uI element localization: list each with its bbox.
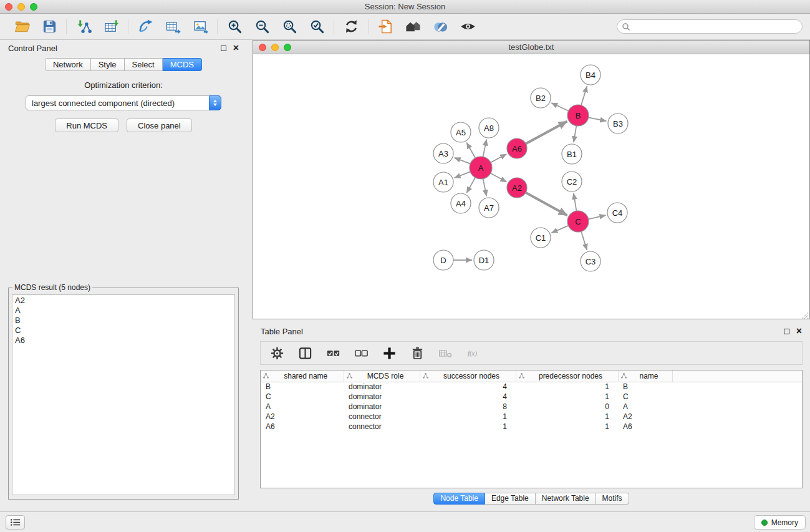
edge-B-B2[interactable] — [551, 103, 568, 111]
table-cell[interactable]: dominator — [344, 392, 420, 402]
node-B3[interactable]: B3 — [608, 114, 628, 133]
show-hide-icon[interactable] — [459, 18, 476, 36]
edge-A2-C[interactable] — [526, 193, 567, 216]
mcds-result-list[interactable]: A2ABCA6 — [12, 294, 235, 495]
table-cell[interactable]: B — [618, 382, 672, 392]
window-resize-grip-icon[interactable] — [801, 311, 809, 318]
tab-mcds[interactable]: MCDS — [163, 58, 202, 71]
zoom-fit-icon[interactable] — [281, 18, 298, 36]
column-visibility-icon[interactable] — [296, 344, 314, 362]
mcds-result-item[interactable]: A6 — [15, 336, 232, 346]
edge-B-B3[interactable] — [589, 117, 607, 121]
memory-button[interactable]: Memory — [754, 515, 806, 530]
table-cell[interactable]: A2 — [618, 412, 672, 422]
tab-style[interactable]: Style — [91, 58, 125, 71]
edge-B-B4[interactable] — [581, 86, 587, 105]
table-cell[interactable]: 1 — [420, 412, 516, 422]
mcds-result-item[interactable]: A — [15, 306, 232, 316]
float-panel-icon[interactable] — [221, 46, 226, 51]
table-cell[interactable]: 1 — [516, 392, 618, 402]
mcds-result-item[interactable]: B — [15, 316, 232, 326]
optimization-criterion-dropdown[interactable]: largest connected component (directed) — [26, 95, 221, 110]
minimize-window-button[interactable] — [17, 3, 25, 11]
column-header-predecessor-nodes[interactable]: predecessor nodes — [516, 370, 618, 382]
edge-A-A5[interactable] — [466, 143, 475, 158]
tab-network[interactable]: Network — [45, 58, 91, 71]
save-session-icon[interactable] — [41, 18, 58, 36]
table-cell[interactable]: A6 — [618, 422, 672, 432]
edge-A-A1[interactable] — [455, 172, 471, 178]
table-row[interactable]: Adominator80A — [261, 402, 802, 412]
table-row[interactable]: A6connector11A6 — [261, 422, 802, 432]
node-C1[interactable]: C1 — [531, 228, 551, 248]
node-A4[interactable]: A4 — [451, 193, 471, 213]
table-cell[interactable]: C — [261, 392, 344, 402]
tab-node-table[interactable]: Node Table — [433, 493, 485, 505]
export-image-icon[interactable] — [191, 18, 209, 36]
node-C4[interactable]: C4 — [607, 203, 627, 223]
table-cell[interactable]: dominator — [344, 402, 420, 412]
network-canvas[interactable]: B4B2BB3A5A8A6B1A3AC2A1A2A4A7C4CC1C3DD1 — [253, 54, 809, 319]
column-header-name[interactable]: name — [618, 370, 672, 382]
column-header-MCDS-role[interactable]: MCDS role — [344, 370, 420, 382]
import-table-icon[interactable] — [102, 18, 120, 36]
mcds-result-item[interactable]: C — [15, 326, 232, 336]
node-C3[interactable]: C3 — [581, 251, 600, 271]
edge-B-B1[interactable] — [574, 126, 576, 142]
node-B4[interactable]: B4 — [581, 65, 600, 85]
table-cell[interactable]: 8 — [420, 402, 516, 412]
node-D[interactable]: D — [433, 250, 453, 270]
table-cell[interactable]: B — [261, 382, 344, 392]
zoom-in-icon[interactable] — [226, 18, 243, 36]
export-table-icon[interactable] — [164, 18, 181, 36]
edge-C-C1[interactable] — [551, 226, 568, 233]
edge-A6-B[interactable] — [526, 122, 567, 144]
network-graph[interactable]: B4B2BB3A5A8A6B1A3AC2A1A2A4A7C4CC1C3DD1 — [253, 54, 809, 319]
node-A8[interactable]: A8 — [479, 118, 499, 138]
node-B2[interactable]: B2 — [531, 88, 551, 108]
node-C[interactable]: C — [567, 211, 589, 232]
edge-C-C3[interactable] — [581, 231, 587, 250]
table-cell[interactable]: 1 — [516, 382, 618, 392]
tab-network-table[interactable]: Network Table — [536, 493, 596, 505]
search-input[interactable] — [617, 19, 803, 34]
table-cell[interactable]: 1 — [420, 422, 516, 432]
zoom-selected-icon[interactable] — [308, 18, 325, 36]
open-session-icon[interactable] — [13, 18, 31, 36]
network-maximize-button[interactable] — [284, 44, 291, 51]
network-close-button[interactable] — [259, 44, 266, 51]
table-cell[interactable]: C — [618, 392, 672, 402]
table-cell[interactable]: dominator — [344, 382, 420, 392]
node-D1[interactable]: D1 — [474, 250, 494, 270]
table-row[interactable]: Bdominator41B — [261, 382, 802, 392]
close-window-button[interactable] — [5, 3, 12, 11]
close-panel-button[interactable]: Close panel — [127, 118, 192, 132]
style-edit-icon[interactable] — [432, 18, 449, 36]
node-C2[interactable]: C2 — [562, 172, 582, 191]
close-table-panel-icon[interactable]: × — [796, 328, 802, 334]
table-row[interactable]: A2connector11A2 — [261, 412, 802, 422]
close-panel-icon[interactable]: × — [233, 45, 239, 51]
node-A6[interactable]: A6 — [507, 138, 527, 158]
apply-layout-icon[interactable] — [342, 18, 360, 36]
edge-A-A6[interactable] — [491, 154, 506, 163]
node-A3[interactable]: A3 — [433, 143, 453, 163]
delete-table-icon[interactable] — [436, 344, 454, 362]
edge-A-A2[interactable] — [491, 173, 507, 182]
node-A7[interactable]: A7 — [479, 198, 499, 218]
edge-A-A8[interactable] — [483, 140, 487, 157]
table-cell[interactable]: connector — [344, 412, 420, 422]
table-cell[interactable]: 4 — [420, 392, 516, 402]
node-A2[interactable]: A2 — [507, 178, 527, 198]
new-network-file-icon[interactable] — [377, 18, 394, 36]
node-A[interactable]: A — [470, 157, 492, 179]
task-history-button[interactable] — [6, 515, 25, 530]
node-A5[interactable]: A5 — [451, 122, 471, 142]
column-header-shared-name[interactable]: shared name — [261, 370, 344, 382]
table-cell[interactable]: 1 — [516, 422, 618, 432]
edge-A-A4[interactable] — [466, 178, 475, 193]
node-A1[interactable]: A1 — [433, 172, 453, 192]
table-cell[interactable]: A6 — [261, 422, 344, 432]
float-table-panel-icon[interactable] — [784, 329, 789, 334]
mcds-result-item[interactable]: A2 — [15, 296, 232, 306]
